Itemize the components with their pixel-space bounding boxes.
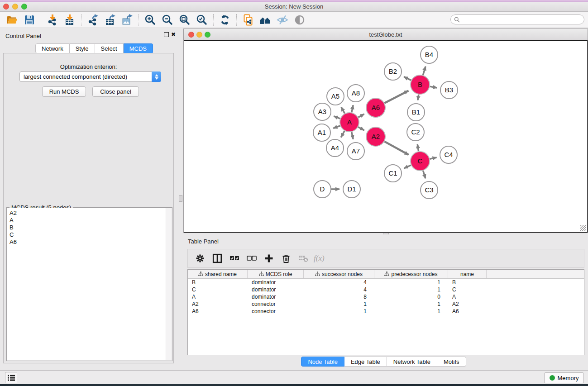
- table-cell[interactable]: C: [188, 286, 248, 293]
- search-input[interactable]: [460, 16, 584, 23]
- delete-table-button[interactable]: [296, 251, 311, 266]
- graph-edge-A-A5[interactable]: [341, 107, 345, 114]
- graph-node-A7[interactable]: A7: [347, 143, 364, 160]
- table-cell[interactable]: A6: [188, 308, 248, 315]
- table-cell[interactable]: A: [448, 293, 487, 300]
- graph-node-B1[interactable]: B1: [407, 104, 425, 121]
- column-header-name[interactable]: name: [448, 270, 487, 278]
- tab-mcds[interactable]: MCDS: [124, 43, 153, 53]
- graph-node-B3[interactable]: B3: [440, 81, 458, 99]
- import-network-button[interactable]: [44, 13, 61, 27]
- result-list-item[interactable]: A6: [10, 238, 166, 246]
- graph-node-C4[interactable]: C4: [440, 146, 457, 163]
- graph-edge-B-B4[interactable]: [423, 67, 425, 75]
- network-window-titlebar[interactable]: testGlobe.txt: [184, 29, 588, 40]
- table-cell[interactable]: dominator: [248, 286, 304, 293]
- column-header-shared-name[interactable]: shared name: [188, 270, 248, 278]
- tab-node-table[interactable]: Node Table: [301, 357, 344, 367]
- graph-node-B[interactable]: B: [411, 75, 430, 94]
- home-view-button[interactable]: [257, 13, 274, 27]
- network-close-button[interactable]: [188, 32, 194, 38]
- graph-edge-A-A4[interactable]: [341, 131, 344, 137]
- table-cell[interactable]: A6: [448, 308, 487, 315]
- open-session-button[interactable]: [4, 13, 21, 27]
- column-header-predecessor-nodes[interactable]: predecessor nodes: [374, 270, 448, 278]
- graph-node-B2[interactable]: B2: [384, 63, 402, 80]
- graph-edge-A-A8[interactable]: [352, 105, 354, 112]
- graph-node-D[interactable]: D: [314, 181, 331, 198]
- graph-node-A8[interactable]: A8: [347, 85, 364, 102]
- import-table-button[interactable]: [61, 13, 78, 27]
- table-cell[interactable]: 4: [304, 286, 374, 293]
- criterion-dropdown[interactable]: largest connected component (directed): [19, 71, 161, 82]
- tab-motifs[interactable]: Motifs: [437, 357, 466, 367]
- function-builder-button[interactable]: f(x): [313, 251, 328, 266]
- graph-edge-A-A3[interactable]: [334, 116, 340, 119]
- refresh-view-button[interactable]: [216, 13, 234, 27]
- close-window-button[interactable]: [3, 4, 9, 10]
- float-panel-icon[interactable]: [164, 32, 169, 37]
- zoom-fit-button[interactable]: [176, 13, 193, 27]
- graph-edge-B-B3[interactable]: [430, 86, 437, 88]
- graph-node-C2[interactable]: C2: [407, 124, 424, 141]
- memory-button[interactable]: Memory: [544, 372, 584, 383]
- export-image-button[interactable]: [119, 13, 136, 27]
- table-cell[interactable]: 1: [304, 300, 374, 308]
- table-cell[interactable]: 1: [304, 308, 374, 315]
- zoom-out-button[interactable]: [159, 13, 176, 27]
- graph-node-A1[interactable]: A1: [313, 124, 330, 141]
- node-table[interactable]: shared nameMCDS rolesuccessor nodesprede…: [187, 269, 584, 355]
- result-list-item[interactable]: A: [10, 217, 166, 224]
- table-cell[interactable]: B: [188, 279, 248, 286]
- tab-network-table[interactable]: Network Table: [387, 357, 437, 367]
- graph-node-C3[interactable]: C3: [421, 181, 438, 199]
- table-row[interactable]: Cdominator41C: [188, 286, 584, 293]
- graph-node-A5[interactable]: A5: [327, 88, 344, 105]
- table-cell[interactable]: B: [448, 279, 487, 286]
- table-cell[interactable]: A: [188, 293, 248, 300]
- table-cell[interactable]: 1: [374, 308, 448, 315]
- deselect-all-rows-button[interactable]: [244, 251, 259, 266]
- tab-network[interactable]: Network: [35, 43, 70, 53]
- table-row[interactable]: A6connector11A6: [188, 308, 584, 315]
- close-panel-icon[interactable]: ✖: [171, 32, 176, 37]
- table-cell[interactable]: dominator: [248, 293, 304, 300]
- graph-edge-A6-B[interactable]: [385, 91, 409, 103]
- tab-select[interactable]: Select: [95, 43, 124, 53]
- table-cell[interactable]: connector: [248, 300, 304, 308]
- zoom-window-button[interactable]: [21, 4, 27, 10]
- graph-edge-C-C4[interactable]: [430, 157, 437, 159]
- copy-network-button[interactable]: [239, 13, 257, 27]
- graph-node-A[interactable]: A: [340, 113, 359, 132]
- table-cell[interactable]: dominator: [248, 279, 304, 286]
- result-list-item[interactable]: B: [10, 224, 166, 231]
- graph-edge-A-A1[interactable]: [333, 126, 340, 129]
- export-network-button[interactable]: [84, 13, 101, 27]
- show-graphics-details-button[interactable]: [291, 13, 308, 27]
- table-cell[interactable]: 1: [374, 279, 448, 286]
- graph-node-D1[interactable]: D1: [343, 181, 360, 198]
- zoom-selected-button[interactable]: [193, 13, 210, 27]
- result-list-item[interactable]: A2: [10, 210, 166, 217]
- graph-edge-B-B1[interactable]: [418, 95, 419, 100]
- graph-edge-A2-C[interactable]: [384, 142, 408, 155]
- table-cell[interactable]: 1: [374, 300, 448, 308]
- export-table-button[interactable]: [101, 13, 119, 27]
- graph-edge-A-A7[interactable]: [352, 132, 354, 139]
- tab-style[interactable]: Style: [70, 43, 95, 53]
- network-minimize-button[interactable]: [196, 32, 202, 38]
- zoom-in-button[interactable]: [142, 13, 159, 27]
- minimize-window-button[interactable]: [12, 4, 18, 10]
- graph-edge-B-B2[interactable]: [404, 77, 411, 81]
- column-header-MCDS-role[interactable]: MCDS role: [248, 270, 304, 278]
- network-zoom-button[interactable]: [205, 32, 210, 38]
- graph-node-B4[interactable]: B4: [421, 46, 438, 63]
- graph-edge-A-A2[interactable]: [358, 127, 364, 130]
- graph-edge-C-C2[interactable]: [417, 144, 418, 152]
- close-panel-button[interactable]: Close panel: [92, 86, 139, 97]
- table-cell[interactable]: A2: [448, 300, 487, 308]
- graph-edge-A-A6[interactable]: [358, 114, 364, 117]
- table-cell[interactable]: connector: [248, 308, 304, 315]
- delete-column-button[interactable]: [278, 251, 294, 266]
- task-history-button[interactable]: [5, 372, 17, 383]
